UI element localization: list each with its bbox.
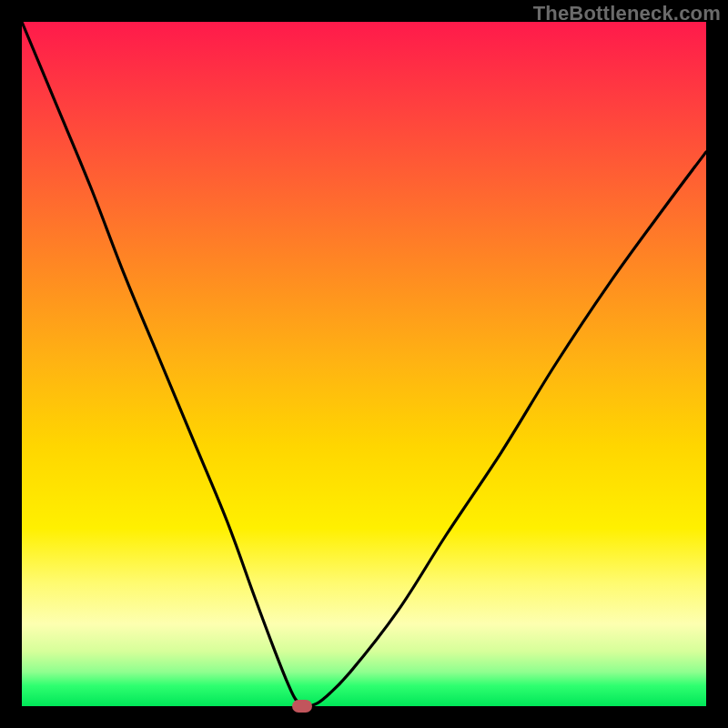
chart-frame: TheBottleneck.com <box>0 0 728 728</box>
optimum-marker <box>292 700 312 713</box>
bottleneck-curve <box>22 22 706 706</box>
curve-path <box>22 22 706 707</box>
plot-area <box>22 22 706 706</box>
